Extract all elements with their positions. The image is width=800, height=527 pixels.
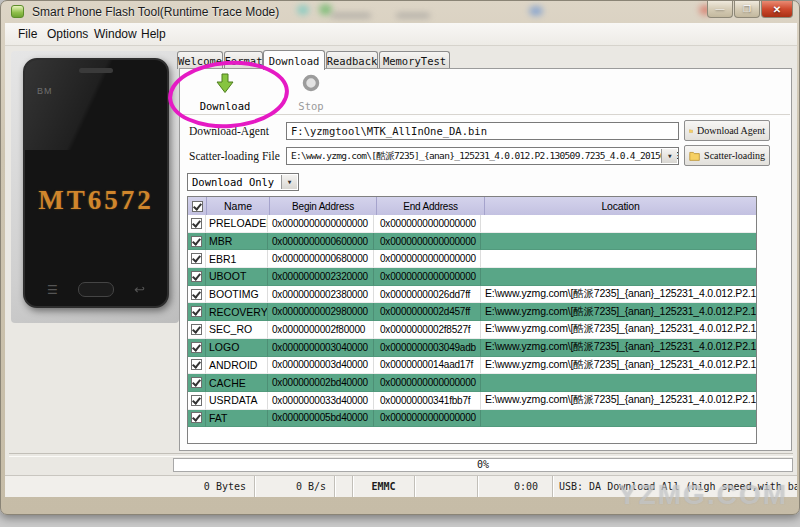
location-path xyxy=(481,374,756,392)
row-checkbox-cell[interactable] xyxy=(188,339,206,357)
row-checkbox[interactable] xyxy=(191,359,202,370)
header-checkbox[interactable] xyxy=(192,201,203,212)
partition-name: BOOTIMG xyxy=(206,286,268,304)
desktop-bleed-blue xyxy=(529,6,543,16)
table-row[interactable]: UBOOT0x00000000023200000x000000000000000… xyxy=(188,268,756,286)
menu-bar: File Options Window Help xyxy=(5,23,797,46)
row-checkbox-cell[interactable] xyxy=(188,250,206,268)
menu-options[interactable]: Options xyxy=(47,23,88,46)
location-path: E:\www.yzmg.com\[酷派7235]_{anan}_125231_4… xyxy=(481,303,756,321)
location-path xyxy=(481,215,756,233)
partition-name: FAT xyxy=(206,410,268,428)
folder-icon xyxy=(689,150,700,162)
row-checkbox-cell[interactable] xyxy=(188,233,206,251)
scatter-loading-button[interactable]: Scatter-loading xyxy=(684,145,770,166)
table-row[interactable]: PRELOADER0x00000000000000000x00000000000… xyxy=(188,215,756,233)
end-address: 0x0000000000000000 xyxy=(374,250,481,268)
phone-speaker xyxy=(79,68,113,73)
row-checkbox-cell[interactable] xyxy=(188,321,206,339)
header-location[interactable]: Location xyxy=(485,197,756,215)
row-checkbox[interactable] xyxy=(191,218,202,229)
minimize-button[interactable]: — xyxy=(707,1,733,18)
menu-file[interactable]: File xyxy=(18,23,37,46)
table-row[interactable]: MBR0x00000000006000000x0000000000000000 xyxy=(188,233,756,251)
tab-download[interactable]: Download xyxy=(263,50,325,70)
location-path: E:\www.yzmg.com\[酷派7235]_{anan}_125231_4… xyxy=(481,392,756,410)
begin-address: 0x000000005bd40000 xyxy=(268,410,374,428)
scatter-file-combobox[interactable]: E:\www.yzmg.com\[酷派7235]_{anan}_125231_4… xyxy=(286,147,679,165)
end-address: 0x00000000341fbb7f xyxy=(374,392,481,410)
row-checkbox-cell[interactable] xyxy=(188,303,206,321)
header-name[interactable]: Name xyxy=(207,197,270,215)
table-row[interactable]: RECOVERY0x00000000029800000x0000000002d4… xyxy=(188,303,756,321)
row-checkbox[interactable] xyxy=(191,342,202,353)
row-checkbox[interactable] xyxy=(191,253,202,264)
scatter-loading-button-label: Scatter-loading xyxy=(704,150,765,161)
row-checkbox[interactable] xyxy=(191,377,202,388)
partition-name: ANDROID xyxy=(206,357,268,375)
tab-readback[interactable]: Readback xyxy=(326,51,378,69)
download-mode-select[interactable]: Download Only ▼ xyxy=(187,173,299,191)
row-checkbox-cell[interactable] xyxy=(188,357,206,375)
table-row[interactable]: SEC_RO0x0000000002f800000x0000000002f852… xyxy=(188,321,756,339)
table-row[interactable]: ANDROID0x0000000003d400000x0000000014aad… xyxy=(188,357,756,375)
begin-address: 0x000000002bd40000 xyxy=(268,374,374,392)
row-checkbox[interactable] xyxy=(191,306,202,317)
row-checkbox[interactable] xyxy=(191,395,202,406)
menu-help[interactable]: Help xyxy=(141,23,166,46)
screenshot-stage: Smart Phone Flash Tool(Runtime Trace Mod… xyxy=(0,0,800,527)
close-button[interactable]: ✕ xyxy=(761,1,793,18)
partition-name: MBR xyxy=(206,233,268,251)
row-checkbox-cell[interactable] xyxy=(188,374,206,392)
row-checkbox-cell[interactable] xyxy=(188,215,206,233)
scatter-file-value: E:\www.yzmg.com\[酷派7235]_{anan}_125231_4… xyxy=(291,150,679,161)
row-checkbox[interactable] xyxy=(191,324,202,335)
download-agent-button[interactable]: Download Agent xyxy=(684,120,770,141)
begin-address: 0x0000000000680000 xyxy=(268,250,374,268)
table-row[interactable]: USRDATA0x0000000033d400000x00000000341fb… xyxy=(188,392,756,410)
location-path: E:\www.yzmg.com\[酷派7235]_{anan}_125231_4… xyxy=(481,339,756,357)
tab-memorytest[interactable]: MemoryTest xyxy=(379,51,450,69)
table-row[interactable]: FAT0x000000005bd400000x0000000000000000 xyxy=(188,410,756,428)
row-checkbox-cell[interactable] xyxy=(188,268,206,286)
table-header-row: Name Begin Address End Address Location xyxy=(188,197,756,215)
begin-address: 0x0000000002320000 xyxy=(268,268,374,286)
maximize-button[interactable]: ❐ xyxy=(734,1,760,18)
scatter-dropdown-icon[interactable]: ▼ xyxy=(661,149,677,163)
status-time: 0:00 xyxy=(478,476,553,497)
partition-name: LOGO xyxy=(206,339,268,357)
row-checkbox-cell[interactable] xyxy=(188,286,206,304)
header-checkbox-cell[interactable] xyxy=(188,197,207,215)
download-agent-input[interactable]: F:\yzmgtool\MTK_AllInOne_DA.bin xyxy=(286,122,679,140)
row-checkbox[interactable] xyxy=(191,289,202,300)
end-address: 0x0000000000000000 xyxy=(374,233,481,251)
row-checkbox[interactable] xyxy=(191,412,202,423)
row-checkbox-cell[interactable] xyxy=(188,392,206,410)
partition-name: EBR1 xyxy=(206,250,268,268)
partition-name: CACHE xyxy=(206,374,268,392)
desktop-bleed-gray2 xyxy=(396,13,430,18)
end-address: 0x0000000003049adb xyxy=(374,339,481,357)
phone-back-icon: ↪ xyxy=(134,282,145,297)
status-empty-1 xyxy=(335,476,353,497)
folder-icon xyxy=(689,125,693,137)
mode-dropdown-icon[interactable]: ▼ xyxy=(281,175,297,189)
table-row[interactable]: EBR10x00000000006800000x0000000000000000 xyxy=(188,250,756,268)
window-controls: — ❐ ✕ xyxy=(706,1,793,18)
row-checkbox[interactable] xyxy=(191,271,202,282)
title-bar[interactable]: Smart Phone Flash Tool(Runtime Trace Mod… xyxy=(1,1,800,23)
phone-menu-icon: ☰ xyxy=(47,283,58,297)
table-row[interactable]: BOOTIMG0x00000000023800000x00000000026dd… xyxy=(188,286,756,304)
download-agent-button-label: Download Agent xyxy=(697,125,765,136)
header-begin-address[interactable]: Begin Address xyxy=(270,197,377,215)
window-title: Smart Phone Flash Tool(Runtime Trace Mod… xyxy=(32,5,279,19)
table-row[interactable]: LOGO0x00000000030400000x0000000003049adb… xyxy=(188,339,756,357)
row-checkbox-cell[interactable] xyxy=(188,410,206,428)
bottom-groove xyxy=(9,453,793,457)
row-checkbox[interactable] xyxy=(191,236,202,247)
header-end-address[interactable]: End Address xyxy=(377,197,485,215)
location-path xyxy=(481,268,756,286)
partition-table: Name Begin Address End Address Location … xyxy=(187,196,757,444)
table-row[interactable]: CACHE0x000000002bd400000x000000000000000… xyxy=(188,374,756,392)
menu-window[interactable]: Window xyxy=(94,23,137,46)
